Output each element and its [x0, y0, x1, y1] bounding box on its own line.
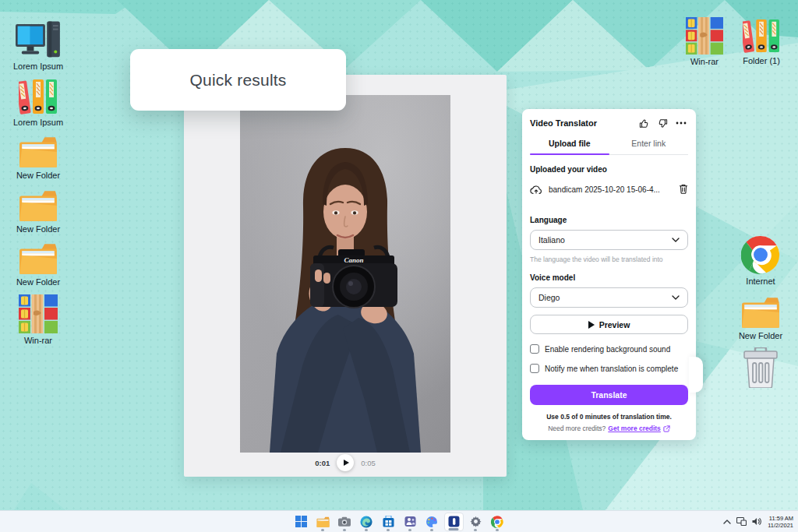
running-indicator — [449, 528, 459, 530]
running-indicator — [387, 529, 390, 531]
play-button[interactable] — [337, 454, 354, 471]
running-indicator — [365, 529, 368, 531]
microsoft-store-icon — [383, 516, 394, 527]
desktop-icon-folder-1[interactable]: Folder (1) — [726, 18, 796, 65]
edge-icon — [360, 516, 373, 528]
desktop-icon-label: Folder (1) — [743, 56, 780, 65]
need-credits-text: Need more credits? — [548, 425, 606, 432]
editor-canvas-panel: Canon 0:01 0:05 — [184, 75, 507, 477]
desktop-icon-new-folder-1[interactable]: New Folder — [3, 136, 73, 180]
desktop-icon-label: New Folder — [16, 224, 60, 234]
checkbox-label: Enable rendering background sound — [545, 345, 670, 354]
thumbs-down-icon[interactable] — [655, 117, 669, 129]
desktop-icon-label: Internet — [746, 277, 775, 286]
voice-model-label: Voice model — [530, 273, 688, 282]
voice-model-select[interactable]: Diego — [530, 287, 688, 308]
desktop-icon-new-folder-right[interactable]: New Folder — [726, 296, 796, 340]
tab-enter-link[interactable]: Enter link — [609, 139, 689, 154]
language-help-text: The language the video will be translate… — [530, 255, 688, 263]
panel-header: Video Translator — [530, 117, 688, 129]
folder-icon — [19, 242, 58, 275]
taskbar: 11:59 AM 11/2/2021 — [0, 510, 798, 532]
desktop-icon-label: Win-rar — [24, 336, 52, 345]
delete-file-icon[interactable] — [679, 184, 688, 196]
running-indicator — [321, 529, 324, 531]
running-indicator — [343, 529, 346, 531]
teams-button[interactable] — [401, 513, 420, 531]
chrome-button[interactable] — [488, 513, 507, 531]
preview-button-label: Preview — [599, 320, 630, 329]
active-app-button[interactable] — [444, 513, 464, 531]
desktop-icon-label: New Folder — [739, 331, 782, 340]
desktop-icon-winrar-left[interactable]: Win-rar — [3, 294, 73, 345]
desktop-icon-internet[interactable]: Internet — [726, 235, 796, 286]
camera-brand-text: Canon — [344, 256, 363, 264]
play-icon — [588, 321, 595, 329]
desktop-icon-label: Win-rar — [690, 57, 719, 66]
preview-button[interactable]: Preview — [530, 315, 688, 334]
taskbar-clock[interactable]: 11:59 AM 11/2/2021 — [768, 515, 793, 529]
tray-chevron-up-icon[interactable] — [723, 520, 731, 524]
desktop-icon-new-folder-3[interactable]: New Folder — [3, 242, 73, 287]
folder-icon — [741, 296, 780, 329]
translate-button[interactable]: Translate — [530, 385, 688, 405]
uploaded-file-row: bandicam 2025-10-20 15-06-4... — [530, 184, 688, 196]
start-button[interactable] — [291, 513, 311, 531]
language-label: Language — [530, 216, 688, 224]
taskbar-center-icons — [0, 513, 798, 531]
panel-collapse-handle[interactable] — [689, 357, 703, 393]
running-indicator — [474, 529, 477, 531]
desktop-icon-lorem-ipsum-pc[interactable]: Lorem Ipsum — [3, 20, 73, 71]
settings-button[interactable] — [466, 513, 486, 531]
panel-title: Video Translator — [530, 118, 632, 128]
desktop-icon-lorem-ipsum-binders[interactable]: Lorem Ipsum — [3, 78, 73, 127]
store-button[interactable] — [379, 513, 398, 531]
clock-date: 11/2/2021 — [768, 522, 793, 529]
desktop: Lorem Ipsum Lorem Ipsum New Folder New F… — [0, 0, 798, 532]
checkbox-background-sound[interactable]: Enable rendering background sound — [530, 344, 688, 354]
checkbox-icon — [530, 344, 539, 354]
external-link-icon — [663, 425, 670, 432]
recycle-bin-icon — [743, 347, 779, 388]
credits-row: Need more credits? Get more credits — [530, 425, 688, 432]
windows-start-icon — [295, 516, 307, 527]
taskbar-tray: 11:59 AM 11/2/2021 — [723, 515, 793, 529]
panel-tabs: Upload file Enter link — [530, 139, 688, 155]
computer-icon — [16, 20, 61, 59]
file-explorer-button[interactable] — [313, 513, 333, 531]
desktop-icon-label: Lorem Ipsum — [13, 118, 63, 127]
winrar-icon — [686, 17, 723, 55]
checkbox-icon — [530, 364, 539, 373]
play-icon — [344, 460, 349, 466]
chevron-down-icon — [672, 295, 680, 300]
winrar-icon — [19, 294, 58, 333]
chrome-icon — [741, 235, 780, 274]
checkbox-label: Notify me when translation is complete — [545, 365, 678, 373]
desktop-icon-recycle-bin[interactable] — [726, 347, 796, 388]
desktop-icon-label: Lorem Ipsum — [13, 62, 63, 71]
tray-volume-icon[interactable] — [752, 517, 762, 526]
desktop-icon-new-folder-2[interactable]: New Folder — [3, 189, 73, 234]
get-more-credits-link[interactable]: Get more credits — [608, 425, 661, 432]
camera-app-button[interactable] — [335, 513, 355, 531]
edge-button[interactable] — [357, 513, 376, 531]
tab-upload-file[interactable]: Upload file — [530, 139, 609, 154]
paint-button[interactable] — [422, 513, 442, 531]
total-time: 0:05 — [361, 459, 376, 467]
quick-results-card: Quick results — [130, 49, 346, 111]
language-select[interactable]: Italiano — [530, 230, 688, 250]
upload-cloud-icon — [530, 185, 542, 195]
teams-icon — [404, 516, 416, 527]
more-options-icon[interactable] — [674, 117, 688, 129]
chrome-icon — [491, 516, 503, 528]
video-frame[interactable]: Canon — [240, 95, 450, 453]
desktop-icon-label: New Folder — [16, 171, 60, 180]
thumbs-up-icon[interactable] — [637, 117, 651, 129]
checkbox-notify-complete[interactable]: Notify me when translation is complete — [530, 364, 688, 373]
current-time: 0:01 — [315, 459, 330, 467]
woman-with-camera-photo: Canon — [240, 95, 450, 453]
binders-icon — [19, 78, 58, 115]
file-explorer-icon — [316, 516, 330, 527]
chevron-down-icon — [672, 238, 680, 242]
tray-network-icon[interactable] — [736, 517, 747, 526]
